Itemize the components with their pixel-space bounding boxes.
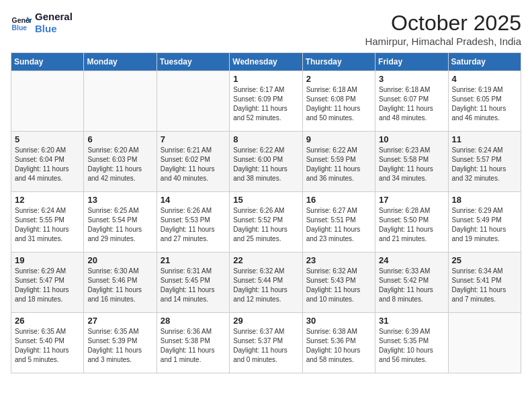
calendar-cell: 5Sunrise: 6:20 AM Sunset: 6:04 PM Daylig… — [11, 132, 84, 192]
day-number: 30 — [306, 316, 371, 326]
day-info: Sunrise: 6:32 AM Sunset: 5:43 PM Dayligh… — [306, 267, 371, 304]
day-number: 8 — [233, 134, 298, 144]
day-info: Sunrise: 6:19 AM Sunset: 6:05 PM Dayligh… — [452, 85, 517, 123]
day-header-wednesday: Wednesday — [230, 53, 302, 71]
day-number: 7 — [161, 134, 226, 144]
day-number: 29 — [233, 316, 298, 326]
day-info: Sunrise: 6:20 AM Sunset: 6:03 PM Dayligh… — [87, 146, 152, 183]
day-number: 4 — [452, 74, 517, 84]
day-number: 11 — [452, 134, 517, 144]
day-info: Sunrise: 6:18 AM Sunset: 6:07 PM Dayligh… — [379, 85, 444, 123]
day-number: 20 — [87, 255, 152, 265]
day-number: 31 — [379, 316, 444, 326]
day-info: Sunrise: 6:26 AM Sunset: 5:53 PM Dayligh… — [161, 206, 226, 244]
calendar-cell: 27Sunrise: 6:35 AM Sunset: 5:39 PM Dayli… — [84, 313, 157, 373]
logo-blue: Blue — [35, 23, 73, 35]
month-title: October 2025 — [365, 11, 521, 36]
day-info: Sunrise: 6:33 AM Sunset: 5:42 PM Dayligh… — [379, 267, 444, 304]
calendar-cell: 25Sunrise: 6:34 AM Sunset: 5:41 PM Dayli… — [448, 253, 521, 313]
calendar-cell: 20Sunrise: 6:30 AM Sunset: 5:46 PM Dayli… — [84, 253, 157, 313]
day-number: 9 — [306, 134, 371, 144]
calendar-cell: 21Sunrise: 6:31 AM Sunset: 5:45 PM Dayli… — [157, 253, 229, 313]
calendar-cell: 7Sunrise: 6:21 AM Sunset: 6:02 PM Daylig… — [157, 132, 229, 192]
calendar-table: SundayMondayTuesdayWednesdayThursdayFrid… — [11, 52, 521, 373]
calendar-cell: 31Sunrise: 6:39 AM Sunset: 5:35 PM Dayli… — [375, 313, 448, 373]
calendar-cell: 28Sunrise: 6:36 AM Sunset: 5:38 PM Dayli… — [157, 313, 229, 373]
calendar-cell: 16Sunrise: 6:27 AM Sunset: 5:51 PM Dayli… — [302, 192, 375, 253]
calendar-cell: 13Sunrise: 6:25 AM Sunset: 5:54 PM Dayli… — [84, 192, 157, 253]
day-info: Sunrise: 6:38 AM Sunset: 5:36 PM Dayligh… — [306, 327, 371, 365]
day-info: Sunrise: 6:26 AM Sunset: 5:52 PM Dayligh… — [233, 206, 298, 244]
calendar-cell: 22Sunrise: 6:32 AM Sunset: 5:44 PM Dayli… — [230, 253, 302, 313]
day-number: 19 — [15, 255, 80, 265]
day-number: 21 — [161, 255, 226, 265]
day-info: Sunrise: 6:27 AM Sunset: 5:51 PM Dayligh… — [306, 206, 371, 244]
day-number: 28 — [161, 316, 226, 326]
day-info: Sunrise: 6:32 AM Sunset: 5:44 PM Dayligh… — [233, 267, 298, 304]
svg-text:Blue: Blue — [12, 24, 28, 32]
day-info: Sunrise: 6:20 AM Sunset: 6:04 PM Dayligh… — [15, 146, 80, 183]
logo: General Blue General Blue — [11, 11, 73, 35]
logo-general: General — [35, 11, 73, 23]
calendar-cell — [84, 71, 157, 132]
day-info: Sunrise: 6:24 AM Sunset: 5:57 PM Dayligh… — [452, 146, 517, 183]
day-info: Sunrise: 6:30 AM Sunset: 5:46 PM Dayligh… — [87, 267, 152, 304]
calendar-cell: 9Sunrise: 6:22 AM Sunset: 5:59 PM Daylig… — [302, 132, 375, 192]
day-number: 12 — [15, 195, 80, 205]
calendar-cell: 29Sunrise: 6:37 AM Sunset: 5:37 PM Dayli… — [230, 313, 302, 373]
day-number: 3 — [379, 74, 444, 84]
day-info: Sunrise: 6:35 AM Sunset: 5:39 PM Dayligh… — [87, 327, 152, 365]
day-number: 2 — [306, 74, 371, 84]
calendar-cell: 24Sunrise: 6:33 AM Sunset: 5:42 PM Dayli… — [375, 253, 448, 313]
day-info: Sunrise: 6:29 AM Sunset: 5:47 PM Dayligh… — [15, 267, 80, 304]
day-info: Sunrise: 6:17 AM Sunset: 6:09 PM Dayligh… — [233, 85, 298, 123]
day-info: Sunrise: 6:39 AM Sunset: 5:35 PM Dayligh… — [379, 327, 444, 365]
day-number: 26 — [15, 316, 80, 326]
day-number: 22 — [233, 255, 298, 265]
calendar-cell: 18Sunrise: 6:29 AM Sunset: 5:49 PM Dayli… — [448, 192, 521, 253]
day-info: Sunrise: 6:34 AM Sunset: 5:41 PM Dayligh… — [452, 267, 517, 304]
day-header-tuesday: Tuesday — [157, 53, 229, 71]
calendar-cell — [448, 313, 521, 373]
day-info: Sunrise: 6:29 AM Sunset: 5:49 PM Dayligh… — [452, 206, 517, 244]
calendar-cell: 26Sunrise: 6:35 AM Sunset: 5:40 PM Dayli… — [11, 313, 84, 373]
calendar-cell: 19Sunrise: 6:29 AM Sunset: 5:47 PM Dayli… — [11, 253, 84, 313]
calendar-cell: 30Sunrise: 6:38 AM Sunset: 5:36 PM Dayli… — [302, 313, 375, 373]
day-info: Sunrise: 6:22 AM Sunset: 5:59 PM Dayligh… — [306, 146, 371, 183]
day-info: Sunrise: 6:24 AM Sunset: 5:55 PM Dayligh… — [15, 206, 80, 244]
day-number: 18 — [452, 195, 517, 205]
day-header-monday: Monday — [84, 53, 157, 71]
day-number: 13 — [87, 195, 152, 205]
calendar-cell: 1Sunrise: 6:17 AM Sunset: 6:09 PM Daylig… — [230, 71, 302, 132]
day-header-saturday: Saturday — [448, 53, 521, 71]
calendar-cell: 2Sunrise: 6:18 AM Sunset: 6:08 PM Daylig… — [302, 71, 375, 132]
day-number: 14 — [161, 195, 226, 205]
day-number: 27 — [87, 316, 152, 326]
calendar-cell: 8Sunrise: 6:22 AM Sunset: 6:00 PM Daylig… — [230, 132, 302, 192]
day-info: Sunrise: 6:35 AM Sunset: 5:40 PM Dayligh… — [15, 327, 80, 365]
calendar-cell — [157, 71, 229, 132]
calendar-cell: 6Sunrise: 6:20 AM Sunset: 6:03 PM Daylig… — [84, 132, 157, 192]
day-number: 1 — [233, 74, 298, 84]
calendar-cell — [11, 71, 84, 132]
location: Hamirpur, Himachal Pradesh, India — [365, 36, 521, 47]
calendar-cell: 17Sunrise: 6:28 AM Sunset: 5:50 PM Dayli… — [375, 192, 448, 253]
calendar-cell: 10Sunrise: 6:23 AM Sunset: 5:58 PM Dayli… — [375, 132, 448, 192]
day-number: 16 — [306, 195, 371, 205]
day-header-thursday: Thursday — [302, 53, 375, 71]
calendar-cell: 4Sunrise: 6:19 AM Sunset: 6:05 PM Daylig… — [448, 71, 521, 132]
calendar-cell: 23Sunrise: 6:32 AM Sunset: 5:43 PM Dayli… — [302, 253, 375, 313]
day-number: 6 — [87, 134, 152, 144]
day-number: 15 — [233, 195, 298, 205]
calendar-cell: 15Sunrise: 6:26 AM Sunset: 5:52 PM Dayli… — [230, 192, 302, 253]
day-number: 17 — [379, 195, 444, 205]
day-info: Sunrise: 6:28 AM Sunset: 5:50 PM Dayligh… — [379, 206, 444, 244]
day-info: Sunrise: 6:37 AM Sunset: 5:37 PM Dayligh… — [233, 327, 298, 365]
day-header-friday: Friday — [375, 53, 448, 71]
day-number: 23 — [306, 255, 371, 265]
day-info: Sunrise: 6:36 AM Sunset: 5:38 PM Dayligh… — [161, 327, 226, 365]
day-number: 10 — [379, 134, 444, 144]
calendar-cell: 12Sunrise: 6:24 AM Sunset: 5:55 PM Dayli… — [11, 192, 84, 253]
calendar-cell: 14Sunrise: 6:26 AM Sunset: 5:53 PM Dayli… — [157, 192, 229, 253]
day-header-sunday: Sunday — [11, 53, 84, 71]
